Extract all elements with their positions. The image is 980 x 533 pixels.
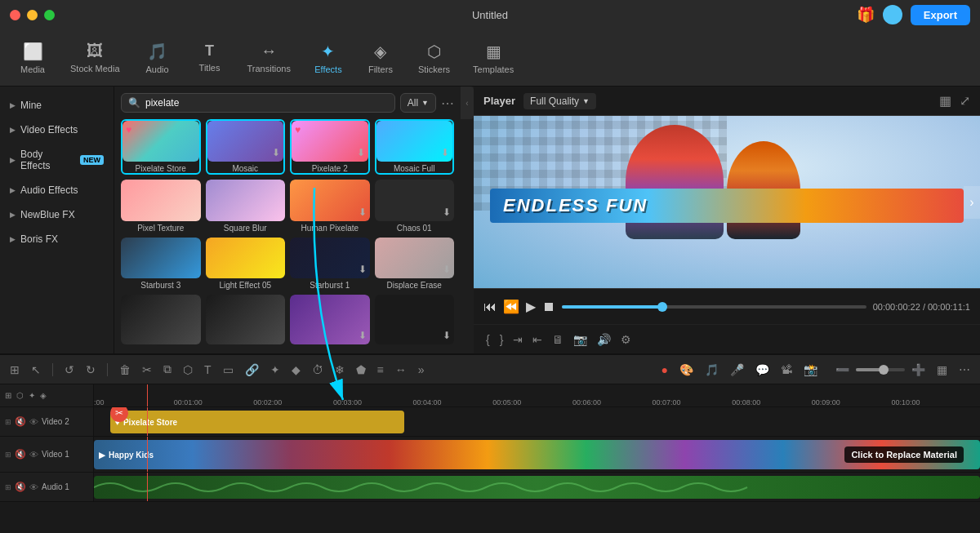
snap-icon[interactable]: ⊞ — [7, 362, 23, 378]
eye-icon[interactable]: 👁 — [29, 482, 38, 492]
replace-tooltip[interactable]: Click to Replace Material — [844, 446, 964, 463]
keyframe-icon[interactable]: ◆ — [288, 362, 304, 378]
toolbar-audio[interactable]: 🎵 Audio — [133, 37, 182, 79]
effect-pixelate-store[interactable]: ♥ Pixelate Store — [121, 119, 201, 175]
effect-human-pixelate[interactable]: ⬇ Human Pixelate — [290, 180, 370, 232]
undo-icon[interactable]: ↺ — [61, 362, 78, 378]
effect-light-effect[interactable]: Light Effect 05 — [206, 238, 286, 290]
crop-icon[interactable]: ⧉ — [160, 361, 175, 378]
align-icon2[interactable]: ⇤ — [530, 331, 545, 349]
toolbar-stock[interactable]: 🖼 Stock Media — [60, 37, 130, 78]
effect-row4d[interactable]: ⬇ — [375, 295, 455, 347]
color-icon[interactable]: 🎨 — [676, 362, 697, 378]
profile-icon[interactable] — [883, 5, 902, 24]
split-icon[interactable]: ⬡ — [180, 362, 196, 378]
effect-pixel-texture[interactable]: Pixel Texture — [121, 180, 201, 232]
zoom-in-icon[interactable]: ➕ — [908, 362, 929, 378]
add-track-icon[interactable]: ⊞ — [5, 391, 11, 400]
more-icon[interactable]: » — [415, 362, 428, 378]
toolbar-effects[interactable]: ✦ Effects — [304, 37, 353, 79]
close-button[interactable] — [10, 10, 20, 20]
effect-mosaic[interactable]: ⬇ Mosaic — [206, 119, 286, 175]
eye-icon[interactable]: 👁 — [29, 450, 38, 460]
search-input[interactable] — [145, 97, 388, 109]
link-icon[interactable]: 🔗 — [242, 362, 262, 378]
effect-row4b[interactable] — [206, 295, 286, 347]
frame-back-button[interactable]: ⏪ — [503, 299, 519, 314]
minimize-button[interactable] — [27, 10, 38, 20]
zoom-slider[interactable] — [856, 368, 905, 371]
subtitle-icon[interactable]: 💬 — [752, 362, 773, 378]
snapshot-icon[interactable]: 📸 — [800, 362, 821, 378]
effect-starburst-1[interactable]: ⬇ Starburst 1 — [290, 238, 370, 290]
toolbar-media[interactable]: ⬜ Media — [8, 37, 57, 79]
track-ctrl-icon3[interactable]: ✦ — [29, 391, 35, 400]
media-tl-icon[interactable]: 📽 — [777, 362, 795, 378]
adjust-icon[interactable]: ≡ — [374, 362, 387, 378]
zoom-out-icon[interactable]: ➖ — [832, 362, 853, 378]
sidebar-item-newblue[interactable]: ▶ NewBlue FX — [0, 202, 114, 227]
align-icon[interactable]: ⇥ — [510, 331, 525, 349]
toolbar-templates[interactable]: ▦ Templates — [463, 37, 523, 79]
sidebar-item-boris[interactable]: ▶ Boris FX — [0, 227, 114, 251]
effect-mosaic-full[interactable]: ⬇ Mosaic Full — [375, 119, 455, 175]
delete-icon[interactable]: 🗑 — [116, 362, 134, 378]
sidebar-item-video-effects[interactable]: ▶ Video Effects — [0, 118, 114, 142]
more-tl-icon[interactable]: ⋯ — [956, 362, 973, 378]
cut-icon[interactable]: ✂ — [139, 362, 155, 378]
maximize-button[interactable] — [44, 10, 55, 20]
bracket-open-icon[interactable]: { — [483, 331, 492, 349]
sidebar-item-body-effects[interactable]: ▶ Body Effects NEW — [0, 142, 114, 178]
effect-displace-erase[interactable]: ⬇ Displace Erase — [375, 238, 455, 290]
mic-icon[interactable]: 🎤 — [727, 362, 747, 378]
expand-icon[interactable]: ⤢ — [960, 93, 970, 109]
record-icon[interactable]: ● — [658, 362, 671, 378]
select-icon[interactable]: ↖ — [28, 362, 44, 378]
eye-icon[interactable]: 👁 — [29, 417, 38, 427]
quality-select[interactable]: Full Quality ▼ — [523, 93, 596, 109]
bracket-close-icon[interactable]: } — [497, 331, 506, 349]
more-options-icon[interactable]: ⋯ — [441, 95, 454, 111]
mute-icon[interactable]: 🔇 — [15, 482, 26, 492]
search-filter[interactable]: All ▼ — [400, 93, 436, 113]
effect-row4a[interactable] — [121, 295, 201, 347]
mute-icon[interactable]: 🔇 — [15, 416, 26, 427]
export-button[interactable]: Export — [911, 5, 970, 25]
effect-row4c[interactable]: ⬇ — [290, 295, 370, 347]
timer-icon[interactable]: ⏱ — [309, 362, 327, 378]
skip-back-button[interactable]: ⏮ — [483, 300, 497, 314]
effect-square-blur[interactable]: Square Blur — [206, 180, 286, 232]
monitor-icon[interactable]: 🖥 — [550, 331, 566, 349]
effect-chaos-01[interactable]: ⬇ Chaos 01 — [375, 180, 455, 232]
volume-icon[interactable]: 🔊 — [595, 331, 613, 349]
settings-icon[interactable]: ⚙ — [618, 331, 634, 349]
mute-icon[interactable]: 🔇 — [15, 449, 26, 460]
track-ctrl-icon4[interactable]: ◈ — [40, 391, 47, 400]
camera-icon[interactable]: 📷 — [571, 331, 590, 349]
grid-view-icon[interactable]: ▦ — [939, 93, 951, 109]
audio-tl-icon[interactable]: 🎵 — [702, 362, 722, 378]
toolbar-stickers[interactable]: ⬡ Stickers — [408, 37, 460, 79]
rect-icon[interactable]: ▭ — [220, 362, 237, 378]
play-button[interactable]: ▶ — [526, 299, 536, 314]
effect-starburst-3[interactable]: Starburst 3 — [121, 238, 201, 290]
search-input-wrap[interactable]: 🔍 — [121, 93, 395, 113]
redo-icon[interactable]: ↻ — [82, 362, 99, 378]
arrow-icon[interactable]: ↔ — [392, 362, 410, 378]
sidebar-item-mine[interactable]: ▶ Mine — [0, 93, 114, 118]
gift-icon[interactable]: 🎁 — [857, 6, 875, 24]
toolbar-filters[interactable]: ◈ Filters — [356, 37, 405, 79]
freeze-icon[interactable]: ❄ — [332, 362, 348, 378]
toolbar-transitions[interactable]: ↔ Transitions — [238, 37, 301, 78]
toolbar-titles[interactable]: T Titles — [185, 38, 234, 78]
effects-tl-icon[interactable]: ✦ — [267, 362, 283, 378]
progress-bar[interactable] — [562, 305, 866, 309]
panel-collapse-button[interactable]: ‹ — [461, 87, 474, 119]
text-icon[interactable]: T — [201, 362, 215, 378]
effect-clip[interactable]: ♥ Pixelate Store — [110, 411, 404, 433]
effect-pixelate-2[interactable]: ♥ ⬇ Pixelate 2 — [290, 119, 370, 175]
audio-clip[interactable] — [94, 476, 980, 499]
sidebar-item-audio-effects[interactable]: ▶ Audio Effects — [0, 178, 114, 202]
track-ctrl-icon2[interactable]: ⬡ — [16, 391, 24, 400]
grid-tl-icon[interactable]: ▦ — [933, 362, 951, 378]
